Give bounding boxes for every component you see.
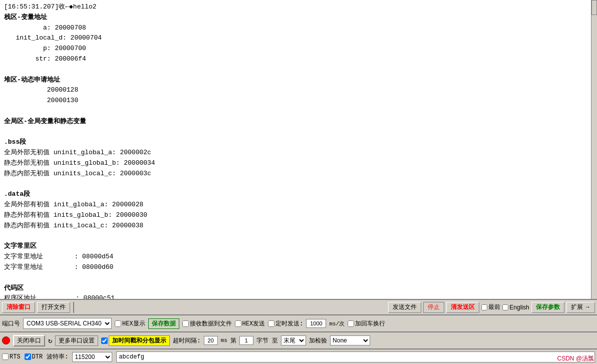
stop-button[interactable]: 停止 xyxy=(423,302,444,313)
log-line-13 xyxy=(4,127,587,138)
timed-send-checkbox[interactable] xyxy=(268,320,274,327)
timeout-input[interactable] xyxy=(204,336,218,345)
rts-checkbox[interactable] xyxy=(2,353,9,360)
log-line-3: a: 20000708 xyxy=(4,23,587,34)
interval-unit: ms/次 xyxy=(329,320,345,327)
hex-display-text: HEX显示 xyxy=(122,319,145,328)
hex-send-text: HEX发送 xyxy=(242,319,265,328)
receive-file-label[interactable]: 接收数据到文件 xyxy=(182,319,232,328)
log-line-18 xyxy=(4,179,587,190)
log-line-24: 文字常里区 xyxy=(4,241,587,252)
english-checkbox-text: English xyxy=(509,304,529,311)
log-line-22: 静态内部有初值 inits_local_c: 20000038 xyxy=(4,221,587,231)
log-line-6: str: 200006f4 xyxy=(4,54,587,65)
close-port-button[interactable]: 关闭串口 xyxy=(13,335,45,346)
rts-label[interactable]: RTS xyxy=(2,353,21,360)
log-line-27 xyxy=(4,273,587,283)
log-line-8: 堆区-动态申请地址 xyxy=(4,75,587,86)
bottom-bar: RTS DTR 波特率: 115200 xyxy=(0,349,597,364)
log-line-17: 静态内部无初值 uninits_local_c: 2000003c xyxy=(4,169,587,179)
log-line-23 xyxy=(4,231,587,242)
refresh-icon[interactable]: ↻ xyxy=(48,336,52,345)
receive-file-checkbox[interactable] xyxy=(182,320,189,327)
scrollbar[interactable] xyxy=(591,0,597,299)
hex-display-checkbox[interactable] xyxy=(115,320,121,327)
last-checkbox-label[interactable]: 最前 xyxy=(481,303,500,311)
rts-text: RTS xyxy=(10,353,21,360)
last-checkbox-text: 最前 xyxy=(488,303,500,311)
timestamp-checkbox-label[interactable]: 加时间戳和分包显示 xyxy=(101,335,170,346)
log-line-28: 代码区 xyxy=(4,283,587,294)
timestamp-checkbox[interactable] xyxy=(101,337,108,344)
log-line-20: 全局外部有初值 init_global_a: 20000028 xyxy=(4,200,587,210)
end-select[interactable]: 末尾 xyxy=(281,335,306,345)
recover-label[interactable]: 加回车换行 xyxy=(348,319,385,328)
log-line-15: 全局外部无初值 uninit_global_a: 2000002c xyxy=(4,148,587,158)
status-row-1: 端口号 COM3 USB-SERIAL CH340 HEX显示 保存数据 接收数… xyxy=(0,315,597,332)
word-unit: 字节 至 xyxy=(256,336,278,345)
clear-send-button[interactable]: 清发送区 xyxy=(446,302,479,313)
dtr-label[interactable]: DTR xyxy=(25,353,43,360)
clear-window-button[interactable]: 清除窗口 xyxy=(2,302,35,313)
dtr-checkbox[interactable] xyxy=(25,353,31,360)
log-line-5: p: 20000700 xyxy=(4,44,587,54)
log-line-26: 文字常里地址 : 08000d60 xyxy=(4,262,587,273)
save-data-button[interactable]: 保存数据 xyxy=(148,318,179,329)
connection-indicator xyxy=(2,336,10,344)
more-settings-button[interactable]: 更多串口设置 xyxy=(55,335,98,346)
english-checkbox-label[interactable]: English xyxy=(502,304,529,311)
send-file-button[interactable]: 发送文件 xyxy=(388,302,421,313)
toolbar: 清除窗口 打开文件 发送文件 停止 清发送区 最前 English 保存参数 扩… xyxy=(0,299,597,315)
log-line-11 xyxy=(4,106,587,117)
log-line-25: 文字常里地址 : 08000d54 xyxy=(4,252,587,262)
log-line-12: 全局区-全局变量和静态变量 xyxy=(4,117,587,127)
verify-select[interactable]: None xyxy=(330,335,370,345)
log-line-9: 20000128 xyxy=(4,85,587,96)
english-checkbox[interactable] xyxy=(502,304,508,310)
port-label: 端口号 xyxy=(2,319,20,328)
hex-send-checkbox[interactable] xyxy=(235,320,241,327)
scrollbar-thumb[interactable] xyxy=(591,0,597,15)
log-line-10: 20000130 xyxy=(4,96,587,106)
baud-rate-select[interactable]: 115200 xyxy=(72,352,112,362)
log-line-19: .data段 xyxy=(4,189,587,200)
log-line-2: 栈区-变量地址 xyxy=(4,13,587,23)
word-label: 第 xyxy=(230,336,236,345)
timed-send-text: 定时发送: xyxy=(275,319,303,328)
receive-file-text: 接收数据到文件 xyxy=(190,319,232,328)
open-file-button[interactable]: 打开文件 xyxy=(37,302,70,313)
toolbar-separator-1 xyxy=(73,302,74,313)
hex-display-label[interactable]: HEX显示 xyxy=(115,319,145,328)
last-checkbox[interactable] xyxy=(481,304,487,310)
log-line-16: 静态外部无初值 uninits_global_b: 20000034 xyxy=(4,158,587,169)
log-line-14: .bss段 xyxy=(4,137,587,148)
log-line-1: [16:55:31.207]收←◆hello2 xyxy=(4,2,587,13)
port-select[interactable]: COM3 USB-SERIAL CH340 xyxy=(23,318,112,329)
log-line-7 xyxy=(4,65,587,75)
log-line-21: 静态外部有初值 inits_global_b: 20000030 xyxy=(4,210,587,221)
interval-input[interactable] xyxy=(306,319,326,328)
dtr-text: DTR xyxy=(32,353,43,360)
status-row-2: 关闭串口 ↻ 更多串口设置 加时间戳和分包显示 超时间隔: ms 第 字节 至 … xyxy=(0,332,597,349)
hex-send-label[interactable]: HEX发送 xyxy=(235,319,265,328)
expand-button[interactable]: 扩展 → xyxy=(566,302,595,313)
main-content-area: [16:55:31.207]收←◆hello2 栈区-变量地址 a: 20000… xyxy=(0,0,591,299)
timed-send-label[interactable]: 定时发送: xyxy=(268,319,303,328)
baud-rate-label: 波特率: xyxy=(47,352,68,361)
log-line-4: init_local_d: 20000704 xyxy=(4,33,587,44)
timeout-label: 超时间隔: xyxy=(173,336,200,345)
recover-checkbox[interactable] xyxy=(348,320,354,327)
send-input[interactable] xyxy=(116,351,595,362)
csdn-logo: CSDN @汤瓢 xyxy=(554,353,597,364)
verify-label: 加检验 xyxy=(309,336,327,345)
save-params-button[interactable]: 保存参数 xyxy=(531,302,564,313)
word-input[interactable] xyxy=(239,336,253,345)
timestamp-button[interactable]: 加时间戳和分包显示 xyxy=(109,335,170,346)
ms-unit: ms xyxy=(221,337,227,343)
recover-text: 加回车换行 xyxy=(355,319,385,328)
log-line-29: 程序区地址 : 08000c51 xyxy=(4,293,587,299)
